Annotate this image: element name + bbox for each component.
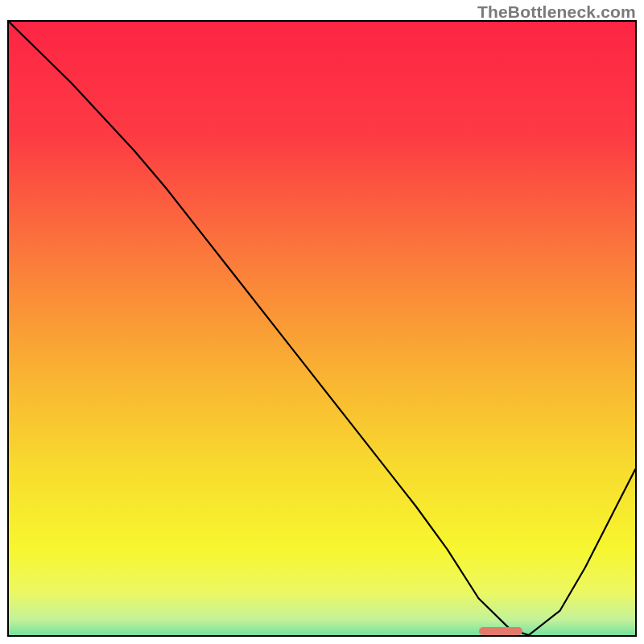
plot-area — [7, 20, 637, 637]
curve-layer — [9, 22, 635, 635]
bottleneck-curve-path — [9, 22, 635, 635]
chart-container: TheBottleneck.com — [0, 0, 644, 644]
watermark-text: TheBottleneck.com — [477, 2, 636, 22]
minimum-marker — [479, 627, 522, 635]
